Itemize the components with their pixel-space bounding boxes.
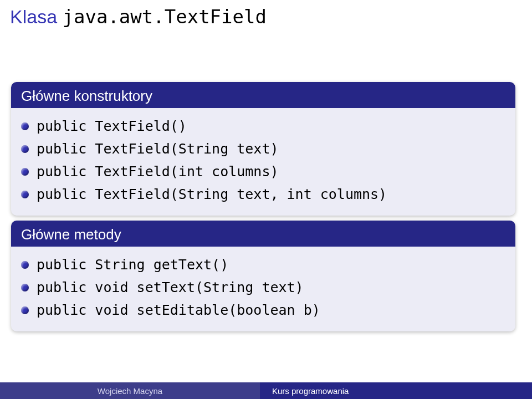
title-keyword: Klasa [10,6,57,27]
title-class: java.awt.TextField [63,6,267,28]
list-item: public void setText(String text) [21,276,505,299]
slide: Klasa java.awt.TextField Główne konstruk… [0,0,532,399]
slide-title: Klasa java.awt.TextField [10,6,267,28]
code-text: public void setEditable(boolean b) [37,302,320,318]
footer-author: Wojciech Macyna [0,382,260,399]
list-item: public String getText() [21,253,505,276]
code-text: public void setText(String text) [37,279,304,295]
block-constructors: Główne konstruktory public TextField() p… [11,82,515,216]
code-text: public TextField(String text) [37,141,279,157]
list-item: public TextField(String text) [21,137,505,160]
list-item: public TextField() [21,115,505,137]
code-text: public TextField() [37,118,187,134]
bullet-icon [21,261,29,269]
code-text: public TextField(int columns) [37,163,279,180]
bullet-icon [21,284,29,291]
block-body: public TextField() public TextField(Stri… [11,108,515,216]
bullet-icon [21,306,29,314]
list-item: public TextField(String text, int column… [21,183,505,206]
code-text: public String getText() [37,257,228,273]
bullet-icon [21,168,29,176]
bullet-icon [21,145,29,153]
block-header: Główne metody [11,221,515,247]
block-methods: Główne metody public String getText() pu… [11,221,515,331]
block-header: Główne konstruktory [11,82,515,108]
code-text: public TextField(String text, int column… [37,186,387,202]
list-item: public TextField(int columns) [21,160,505,183]
bullet-icon [21,122,29,130]
footer: Wojciech Macyna Kurs programowania [0,382,532,399]
footer-course: Kurs programowania [260,382,532,399]
bullet-icon [21,191,29,198]
block-body: public String getText() public void setT… [11,247,515,331]
list-item: public void setEditable(boolean b) [21,299,505,321]
